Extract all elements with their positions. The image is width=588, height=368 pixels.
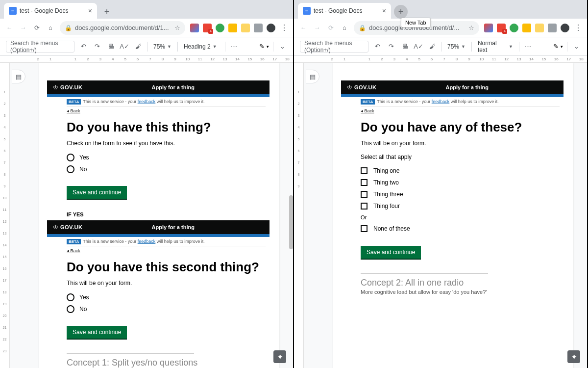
new-tab-button[interactable]: + xyxy=(100,5,114,19)
extension-icon[interactable] xyxy=(190,24,199,32)
zoom-select[interactable]: 75%▼ xyxy=(151,42,173,51)
radio-no[interactable]: No xyxy=(67,305,266,313)
browser-tab[interactable]: ≡ test - Google Docs × xyxy=(298,3,391,19)
extension-icon[interactable]: 4 xyxy=(497,24,506,32)
feedback-link[interactable]: feedback xyxy=(138,239,156,244)
question-heading: Do you have this thing? xyxy=(67,120,266,135)
close-icon[interactable]: × xyxy=(382,7,386,15)
paint-format-icon[interactable]: 🖌 xyxy=(133,42,143,52)
feedback-link[interactable]: feedback xyxy=(138,99,156,104)
style-select[interactable]: Heading 2▼ xyxy=(182,42,221,51)
bookmark-icon[interactable]: ☆ xyxy=(468,24,474,31)
chevron-down-icon[interactable]: ⌄ xyxy=(277,42,287,52)
extension-icon[interactable] xyxy=(548,24,557,32)
save-continue-button[interactable]: Save and continue xyxy=(67,326,127,339)
checkbox-icon xyxy=(361,203,368,210)
radio-icon xyxy=(67,293,74,301)
avatar-icon[interactable] xyxy=(267,24,275,32)
hint-text: This will be on your form. xyxy=(67,280,266,287)
govuk-header: ♔ GOV.UK Apply for a thing xyxy=(341,80,564,94)
beta-banner: BETAThis is a new service - your feedbac… xyxy=(67,237,266,246)
back-link[interactable]: ◂ Back xyxy=(361,108,560,113)
left-browser-window: ≡ test - Google Docs × + ← → ⟳ ⌂ 🔒 docs.… xyxy=(0,0,294,368)
redo-icon[interactable]: ↷ xyxy=(92,42,102,52)
back-link[interactable]: ◂ Back xyxy=(67,248,266,253)
chrome-menu-icon[interactable]: ⋮ xyxy=(280,23,288,32)
extension-icon[interactable]: 4 xyxy=(203,24,212,32)
scrollbar-thumb[interactable] xyxy=(289,195,293,249)
feedback-link[interactable]: feedback xyxy=(432,99,450,104)
close-icon[interactable]: × xyxy=(88,7,92,15)
extension-icon[interactable] xyxy=(216,24,224,32)
document-page[interactable]: ♔ GOV.UK Apply for a thing BETAThis is a… xyxy=(333,63,573,368)
more-icon[interactable]: ⋯ xyxy=(523,42,533,52)
editing-mode[interactable]: ✎▾ xyxy=(259,43,269,50)
reload-button[interactable]: ⟳ xyxy=(326,24,335,32)
address-bar[interactable]: 🔒 docs.google.com/document/d/1... ☆ xyxy=(60,21,185,35)
outline-toggle[interactable]: ▤ xyxy=(306,70,319,83)
horizontal-ruler[interactable]: 21·123456789101112131415161718 xyxy=(294,56,587,63)
explore-button[interactable]: ✦ xyxy=(567,350,580,363)
avatar-icon[interactable] xyxy=(561,24,569,32)
checkbox-option[interactable]: None of these xyxy=(361,225,560,232)
hint-text: This will be on your form. xyxy=(361,140,560,147)
extension-icon[interactable] xyxy=(522,24,531,32)
extension-icon[interactable] xyxy=(535,24,544,32)
chrome-menu-icon[interactable]: ⋮ xyxy=(574,23,582,32)
vertical-ruler[interactable]: 123456789 xyxy=(294,63,304,368)
spellcheck-icon[interactable]: A✓ xyxy=(120,42,129,52)
vertical-ruler[interactable]: 1234567891011121314151617181920212223 xyxy=(0,63,10,368)
reload-button[interactable]: ⟳ xyxy=(32,24,41,32)
home-button[interactable]: ⌂ xyxy=(340,24,349,32)
print-icon[interactable]: 🖶 xyxy=(106,42,116,52)
outline-toggle[interactable]: ▤ xyxy=(12,70,25,83)
horizontal-ruler[interactable]: 21·123456789101112131415161718 xyxy=(0,56,293,63)
save-continue-button[interactable]: Save and continue xyxy=(361,246,421,259)
extension-icon[interactable] xyxy=(510,24,518,32)
editing-mode[interactable]: ✎▾ xyxy=(553,43,563,50)
style-select[interactable]: Normal text▼ xyxy=(476,39,515,54)
checkbox-option[interactable]: Thing three xyxy=(361,191,560,198)
back-link[interactable]: ◂ Back xyxy=(67,108,266,113)
extension-icon[interactable] xyxy=(484,24,493,32)
checkbox-icon xyxy=(361,167,368,174)
menu-search[interactable]: Search the menus (Option+/) xyxy=(300,41,368,53)
radio-yes[interactable]: Yes xyxy=(67,154,266,161)
save-continue-button[interactable]: Save and continue xyxy=(67,186,127,199)
undo-icon[interactable]: ↶ xyxy=(372,42,382,52)
checkbox-option[interactable]: Thing four xyxy=(361,203,560,210)
back-button[interactable]: ← xyxy=(299,24,308,32)
radio-yes[interactable]: Yes xyxy=(67,293,266,301)
bookmark-icon[interactable]: ☆ xyxy=(174,24,180,31)
extension-icon[interactable] xyxy=(241,24,250,32)
forward-button[interactable]: → xyxy=(19,24,27,32)
tab-title: test - Google Docs xyxy=(20,7,85,14)
browser-tab[interactable]: ≡ test - Google Docs × xyxy=(4,3,97,19)
explore-button[interactable]: ✦ xyxy=(273,350,286,363)
url-bar: ← → ⟳ ⌂ 🔒 docs.google.com/document/d/1..… xyxy=(0,19,293,37)
extension-icon[interactable] xyxy=(254,24,263,32)
radio-no[interactable]: No xyxy=(67,165,266,173)
back-button[interactable]: ← xyxy=(5,24,14,32)
govuk-header: ♔ GOV.UK Apply for a thing xyxy=(47,80,270,94)
paint-format-icon[interactable]: 🖌 xyxy=(427,42,437,52)
print-icon[interactable]: 🖶 xyxy=(400,42,410,52)
home-button[interactable]: ⌂ xyxy=(46,24,55,32)
concept-heading: Concept 2: All in one radio xyxy=(361,278,560,288)
chevron-down-icon[interactable]: ⌄ xyxy=(571,42,581,52)
new-tab-button[interactable]: + xyxy=(394,5,408,19)
checkbox-option[interactable]: Thing one xyxy=(361,167,560,174)
redo-icon[interactable]: ↷ xyxy=(386,42,396,52)
undo-icon[interactable]: ↶ xyxy=(78,42,88,52)
tab-title: test - Google Docs xyxy=(314,7,379,14)
checkbox-option[interactable]: Thing two xyxy=(361,179,560,186)
menu-search[interactable]: Search the menus (Option+/) xyxy=(6,41,74,53)
crown-icon: ♔ xyxy=(347,84,352,91)
zoom-select[interactable]: 75%▼ xyxy=(445,42,467,51)
spellcheck-icon[interactable]: A✓ xyxy=(414,42,423,52)
document-page[interactable]: ♔ GOV.UK Apply for a thing BETAThis is a… xyxy=(39,63,279,368)
forward-button[interactable]: → xyxy=(313,24,321,32)
more-icon[interactable]: ⋯ xyxy=(229,42,239,52)
extension-icon[interactable] xyxy=(228,24,237,32)
crown-icon: ♔ xyxy=(53,84,58,91)
